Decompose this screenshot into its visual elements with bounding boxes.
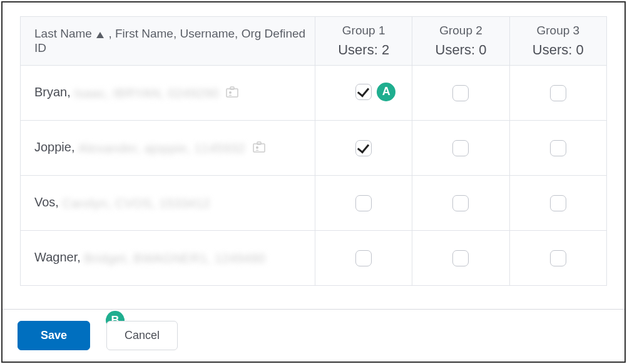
svg-rect-2 <box>230 87 234 89</box>
cancel-button[interactable]: Cancel <box>106 321 178 350</box>
checkbox-cell <box>412 66 509 121</box>
profile-card-icon[interactable] <box>253 141 265 156</box>
table-row: Vos, Carolyn, CVOS, 1533412 <box>21 176 607 231</box>
group-name: Group 1 <box>315 22 412 40</box>
checkbox-cell <box>412 231 509 286</box>
enroll-checkbox[interactable] <box>452 195 469 211</box>
user-name-cell: Vos, Carolyn, CVOS, 1533412 <box>21 176 315 231</box>
svg-marker-0 <box>96 32 104 38</box>
user-details-blurred: Carolyn, CVOS, 1533412 <box>62 196 210 211</box>
table-row: Wagner, Bridget, BWAGNER1, 1249480 <box>21 231 607 286</box>
checkbox-cell <box>315 231 412 286</box>
sort-ascending-icon[interactable] <box>96 28 104 41</box>
profile-card-icon[interactable] <box>226 86 238 101</box>
svg-rect-1 <box>227 89 238 97</box>
enroll-checkbox[interactable] <box>452 140 469 156</box>
user-name-cell: Wagner, Bridget, BWAGNER1, 1249480 <box>21 231 315 286</box>
enroll-checkbox[interactable] <box>355 84 372 100</box>
annotation-marker-a: A <box>377 83 395 101</box>
enroll-checkbox[interactable] <box>452 250 469 266</box>
footer-actions: Save B Cancel <box>3 309 624 361</box>
enroll-checkbox[interactable] <box>550 85 566 101</box>
group-user-count: Users: 0 <box>412 39 509 60</box>
user-name-cell: Bryan, Isaac, IBRYAN, 0249290 <box>21 66 315 121</box>
svg-rect-5 <box>257 142 261 144</box>
table-container: Last Name , First Name, Username, Org De… <box>3 3 624 292</box>
checkbox-cell <box>509 231 606 286</box>
column-header-group-3: Group 3 Users: 0 <box>509 17 606 66</box>
user-lastname: Bryan, <box>34 85 71 99</box>
checkbox-cell <box>315 176 412 231</box>
enroll-users-panel: Last Name , First Name, Username, Org De… <box>1 1 626 363</box>
user-lastname: Wagner, <box>34 250 81 264</box>
svg-rect-4 <box>253 144 265 152</box>
user-details-blurred: Isaac, IBRYAN, 0249290 <box>74 86 219 101</box>
table-row: Joppie, Alexander, ajoppie, 1145932 <box>21 121 607 176</box>
user-details-blurred: Bridget, BWAGNER1, 1249480 <box>84 251 265 266</box>
save-button[interactable]: Save B <box>18 321 90 350</box>
enroll-checkbox[interactable] <box>355 250 372 266</box>
enroll-checkbox[interactable] <box>550 195 566 211</box>
group-user-count: Users: 0 <box>510 39 606 60</box>
table-row: Bryan, Isaac, IBRYAN, 0249290 A <box>21 66 607 121</box>
user-name-cell: Joppie, Alexander, ajoppie, 1145932 <box>21 121 315 176</box>
checkbox-cell <box>412 121 509 176</box>
enroll-checkbox[interactable] <box>452 85 469 101</box>
column-header-group-2: Group 2 Users: 0 <box>412 17 509 66</box>
group-user-count: Users: 2 <box>315 39 412 60</box>
user-lastname: Joppie, <box>34 140 75 154</box>
group-name: Group 2 <box>412 22 509 40</box>
checkbox-cell <box>412 176 509 231</box>
enroll-checkbox[interactable] <box>355 140 372 156</box>
column-header-name[interactable]: Last Name , First Name, Username, Org De… <box>21 17 315 66</box>
enroll-checkbox[interactable] <box>355 195 372 211</box>
column-header-group-1: Group 1 Users: 2 <box>315 17 412 66</box>
svg-point-3 <box>229 91 232 94</box>
enroll-checkbox[interactable] <box>550 250 566 266</box>
checkbox-cell <box>509 121 606 176</box>
enrollment-table: Last Name , First Name, Username, Org De… <box>20 16 607 286</box>
checkbox-cell <box>509 176 606 231</box>
group-name: Group 3 <box>510 22 606 40</box>
sort-column-lastname[interactable]: Last Name <box>34 27 92 40</box>
checkbox-cell: A <box>315 66 412 121</box>
checkbox-cell <box>315 121 412 176</box>
user-lastname: Vos, <box>34 195 59 209</box>
checkbox-cell <box>509 66 606 121</box>
enroll-checkbox[interactable] <box>550 140 566 156</box>
user-details-blurred: Alexander, ajoppie, 1145932 <box>78 141 245 156</box>
svg-point-6 <box>256 146 258 149</box>
save-button-label: Save <box>41 329 67 341</box>
